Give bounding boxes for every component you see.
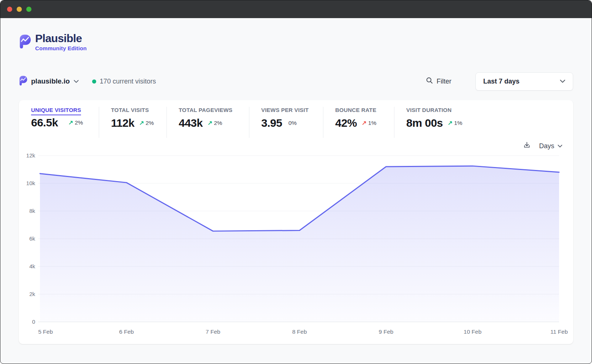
stat-value: 42% <box>335 117 357 129</box>
live-dot-icon <box>92 79 96 84</box>
visitors-chart-canvas: 02k4k6k8k10k12k5 Feb6 Feb7 Feb8 Feb9 Feb… <box>19 152 574 337</box>
stat-change: 2% <box>75 119 83 126</box>
stat-change: 0% <box>288 120 296 126</box>
trend-up-icon: ↗ <box>448 120 453 126</box>
svg-text:0: 0 <box>32 319 35 325</box>
current-visitors[interactable]: 170 current visitors <box>92 78 156 85</box>
trend-up-icon: ↗ <box>362 120 367 126</box>
filter-label: Filter <box>437 78 451 85</box>
stat-value: 8m 00s <box>406 117 443 129</box>
svg-text:10 Feb: 10 Feb <box>464 329 481 335</box>
date-range-selector[interactable]: Last 7 days <box>475 72 573 91</box>
visitors-chart[interactable]: 02k4k6k8k10k12k5 Feb6 Feb7 Feb8 Feb9 Feb… <box>19 152 573 338</box>
site-logo-icon <box>19 75 27 87</box>
site-header: plausible.io 170 current visitors Filter <box>19 72 573 91</box>
close-window-button[interactable] <box>7 7 12 12</box>
svg-text:9 Feb: 9 Feb <box>379 329 394 335</box>
svg-text:8 Feb: 8 Feb <box>292 329 307 335</box>
window-titlebar <box>0 0 592 18</box>
stat-visit-duration[interactable]: VISIT DURATION 8m 00s ↗1% <box>394 107 487 138</box>
svg-text:4k: 4k <box>29 263 35 269</box>
svg-text:12k: 12k <box>26 152 36 159</box>
plausible-logo-icon <box>19 33 31 51</box>
stat-change: 2% <box>146 120 154 126</box>
stat-total-pageviews[interactable]: TOTAL PAGEVIEWS 443k ↗2% <box>167 107 249 138</box>
minimize-window-button[interactable] <box>17 7 22 12</box>
stat-value: 66.5k <box>31 116 58 129</box>
page-content: Plausible Community Edition <box>0 18 592 364</box>
svg-text:6k: 6k <box>29 235 35 242</box>
trend-up-icon: ↗ <box>208 120 212 126</box>
interval-label: Days <box>539 142 554 150</box>
app-window: Plausible Community Edition <box>0 0 592 364</box>
stat-change: 1% <box>368 120 376 126</box>
stat-views-per-visit[interactable]: VIEWS PER VISIT 3.95 0% <box>249 107 323 138</box>
stat-total-visits[interactable]: TOTAL VISITS 112k ↗2% <box>99 107 167 138</box>
svg-text:5 Feb: 5 Feb <box>38 329 53 335</box>
site-selector[interactable]: plausible.io <box>19 75 79 87</box>
svg-text:2k: 2k <box>29 291 35 297</box>
stat-unique-visitors[interactable]: UNIQUE VISITORS 66.5k ↗2% <box>31 107 99 138</box>
chevron-down-icon <box>560 78 565 85</box>
brand-header[interactable]: Plausible Community Edition <box>19 33 573 51</box>
stat-value: 112k <box>111 117 134 129</box>
svg-text:10k: 10k <box>26 180 36 186</box>
date-range-label: Last 7 days <box>483 78 519 85</box>
chevron-down-icon <box>558 143 562 149</box>
stats-row: UNIQUE VISITORS 66.5k ↗2% TOTAL VISITS 1… <box>19 107 573 138</box>
stat-value: 3.95 <box>261 117 282 129</box>
svg-text:7 Feb: 7 Feb <box>206 329 221 335</box>
site-name: plausible.io <box>31 77 70 85</box>
svg-text:8k: 8k <box>29 208 35 214</box>
trend-up-icon: ↗ <box>139 120 144 126</box>
interval-selector[interactable]: Days <box>539 142 562 150</box>
zoom-window-button[interactable] <box>26 7 31 12</box>
current-visitors-label: 170 current visitors <box>100 78 156 85</box>
svg-text:11 Feb: 11 Feb <box>550 329 568 335</box>
brand-subtitle: Community Edition <box>35 45 87 51</box>
stat-bounce-rate[interactable]: BOUNCE RATE 42% ↗1% <box>323 107 394 138</box>
stat-value: 443k <box>179 117 203 129</box>
stat-change: 1% <box>454 120 462 126</box>
brand-name: Plausible <box>35 33 87 44</box>
search-icon <box>426 77 433 86</box>
download-icon <box>523 141 531 151</box>
trend-up-icon: ↗ <box>68 120 73 126</box>
stat-change: 2% <box>214 120 222 126</box>
filter-button[interactable]: Filter <box>426 77 451 86</box>
svg-text:6 Feb: 6 Feb <box>119 329 134 335</box>
download-button[interactable] <box>523 141 531 151</box>
chevron-down-icon <box>74 78 79 85</box>
dashboard-card: UNIQUE VISITORS 66.5k ↗2% TOTAL VISITS 1… <box>19 100 573 344</box>
chart-controls: Days <box>19 140 573 152</box>
